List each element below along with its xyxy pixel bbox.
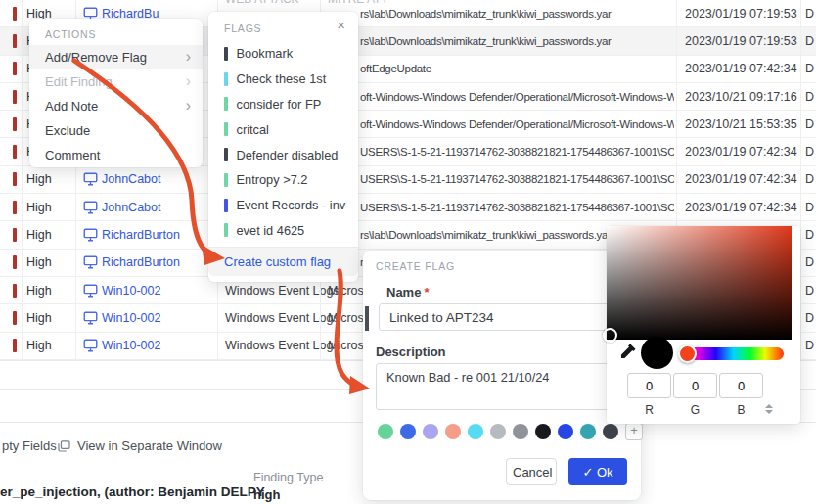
menu-item-label: Add Note <box>45 99 98 114</box>
close-icon[interactable]: × <box>337 17 345 33</box>
clipped-type-fragment: WEB ATTACK <box>225 0 299 6</box>
color-swatch[interactable] <box>400 424 416 439</box>
endpoint-link[interactable]: RichardBurton <box>102 228 180 242</box>
flag-item-label: critcal <box>237 122 269 137</box>
timestamp-cell: 2023/01/19 07:42:34 <box>685 201 797 214</box>
view-in-separate-window-button[interactable]: View in Separate Window <box>58 438 222 453</box>
menu-item-label: Comment <box>45 148 100 162</box>
color-swatch[interactable] <box>535 424 551 439</box>
empty-fields-toggle[interactable]: pty Fields <box>2 438 57 453</box>
endpoint-monitor-icon <box>83 172 98 186</box>
findings-screen: HighRichardBuWEB ATTACKMITRE ATTrs\lab\D… <box>0 0 816 504</box>
flag-item-defender-disabled[interactable]: Defender disabled <box>208 142 358 167</box>
green-value-input[interactable] <box>673 373 717 398</box>
saturation-cursor[interactable] <box>603 328 617 343</box>
menu-item-add-note[interactable]: Add Note› <box>29 94 203 118</box>
color-swatch[interactable] <box>580 424 596 439</box>
severity-bar <box>13 7 17 21</box>
color-format-toggle-icon[interactable] <box>765 404 775 416</box>
endpoint-monitor-icon <box>83 284 98 298</box>
red-value-input[interactable] <box>627 373 671 398</box>
finding-type-cell: Windows Event Logs <box>225 339 340 352</box>
endpoint-link[interactable]: Win10-002 <box>102 284 160 298</box>
column-divider <box>22 0 23 360</box>
saturation-area[interactable] <box>607 226 792 340</box>
color-swatch[interactable] <box>558 424 573 439</box>
separate-window-label: View in Separate Window <box>77 438 222 453</box>
flag-color-marker <box>365 306 369 331</box>
ok-button[interactable]: ✓ Ok <box>568 458 627 485</box>
flag-color-bar <box>224 122 228 136</box>
timestamp-cell: 2023/10/21 09:17:16 <box>685 90 797 104</box>
create-custom-flag-item[interactable]: Create custom flag <box>208 247 358 276</box>
endpoint-link[interactable]: Win10-002 <box>102 339 160 352</box>
menu-item-exclude[interactable]: Exclude <box>29 118 203 143</box>
truncated-column-cell: D <box>805 90 814 104</box>
flag-item-bookmark[interactable]: Bookmark <box>208 41 358 67</box>
endpoint-monitor-icon <box>83 339 98 352</box>
hue-slider-handle[interactable] <box>678 344 697 363</box>
flag-color-bar <box>224 148 228 161</box>
table-row[interactable]: HighJohnCabotUSERS\S-1-5-21-1193714762-3… <box>0 194 816 221</box>
color-swatch[interactable] <box>490 424 506 439</box>
menu-item-add-remove-flag[interactable]: Add/Remove Flag› <box>29 45 203 69</box>
color-swatch[interactable] <box>445 424 461 439</box>
truncated-column-cell: D <box>805 255 814 269</box>
flag-item-event-records-inv[interactable]: Event Records - inv <box>208 193 358 218</box>
timestamp-cell: 2023/01/19 07:19:53 <box>685 7 797 21</box>
endpoint-link[interactable]: RichardBurton <box>102 255 180 269</box>
flag-item-critcal[interactable]: critcal <box>208 116 358 142</box>
flag-name-input[interactable] <box>379 303 625 331</box>
menu-item-comment[interactable]: Comment <box>29 143 203 167</box>
blue-label: B <box>719 403 763 417</box>
flag-item-entropy-7-2[interactable]: Entropy >7.2 <box>208 167 358 193</box>
menu-item-label: Add/Remove Flag <box>45 50 147 65</box>
flag-color-bar <box>224 173 228 187</box>
name-label: Name* <box>386 285 429 299</box>
color-swatch[interactable] <box>423 424 438 439</box>
color-picker: R G B <box>607 226 800 424</box>
color-swatch[interactable] <box>468 424 483 439</box>
severity-bar <box>13 311 17 325</box>
flag-description-input[interactable]: Known Bad - re 001 21/10/24 <box>376 363 625 410</box>
menu-item-edit-finding[interactable]: Edit Finding› <box>29 69 203 94</box>
clipped-source-fragment: MITRE ATT <box>328 0 388 6</box>
endpoint-link[interactable]: Win10-002 <box>102 311 160 325</box>
flag-color-bar <box>224 47 228 61</box>
flags-menu-items: BookmarkCheck these 1stconsider for FPcr… <box>208 41 358 243</box>
cancel-button[interactable]: Cancel <box>506 458 557 485</box>
timestamp-cell: 2023/01/19 07:42:34 <box>685 62 797 75</box>
finding-type-label: Finding Type <box>253 471 323 484</box>
severity-bar <box>13 145 17 159</box>
add-custom-color-button[interactable]: + <box>625 423 643 440</box>
severity-label: High <box>26 172 52 186</box>
truncated-column-cell: D <box>805 172 814 186</box>
truncated-column-cell: D <box>805 7 814 21</box>
endpoint-link[interactable]: JohnCabot <box>102 172 160 186</box>
severity-bar <box>13 172 17 186</box>
flag-item-check-these-1st[interactable]: Check these 1st <box>208 67 358 92</box>
flag-item-label: evet id 4625 <box>237 223 305 238</box>
finding-type-cell: Windows Event Logs <box>225 311 340 325</box>
severity-label: High <box>26 201 52 214</box>
flag-item-label: Check these 1st <box>237 71 327 86</box>
table-row[interactable]: HighJohnCabotUSERS\S-1-5-21-1193714762-3… <box>0 166 816 194</box>
truncated-column-cell: D <box>805 145 814 159</box>
color-swatch[interactable] <box>513 424 528 439</box>
flag-item-consider-for-fp[interactable]: consider for FP <box>208 92 358 117</box>
flag-item-evet-id-4625[interactable]: evet id 4625 <box>208 218 358 244</box>
endpoint-link[interactable]: JohnCabot <box>102 201 160 214</box>
create-flag-dialog: CREATE FLAG Name* Description Known Bad … <box>363 251 641 500</box>
path-cell: oft-Windows-Windows Defender/Operational… <box>360 118 674 130</box>
color-swatch[interactable] <box>603 424 618 439</box>
flag-color-bar <box>224 199 228 212</box>
truncated-column-cell: D <box>805 284 814 298</box>
eyedropper-icon[interactable] <box>619 344 637 361</box>
green-label: G <box>673 403 717 417</box>
flag-color-bar <box>224 72 228 86</box>
timestamp-cell: 2023/01/19 07:42:34 <box>685 172 797 186</box>
severity-label: High <box>26 228 52 242</box>
flag-item-label: Defender disabled <box>237 148 339 162</box>
blue-value-input[interactable] <box>719 373 763 398</box>
color-swatch[interactable] <box>378 424 393 439</box>
